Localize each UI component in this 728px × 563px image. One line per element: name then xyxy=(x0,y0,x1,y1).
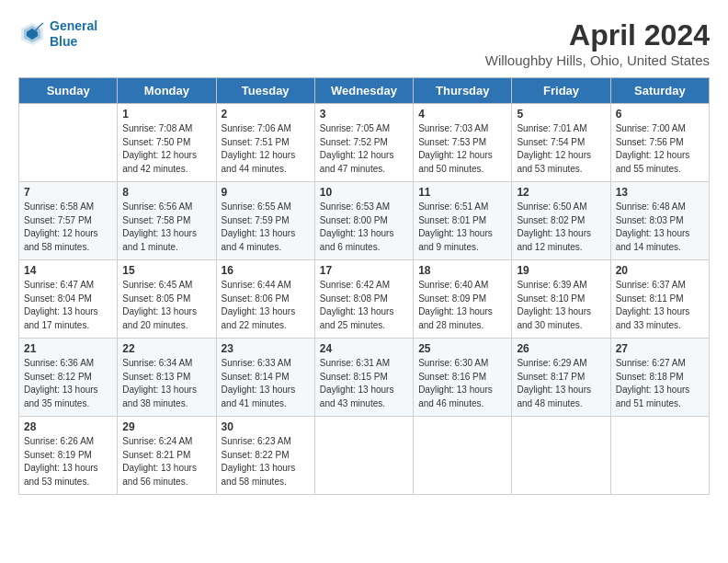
day-info: Sunrise: 6:29 AM Sunset: 8:17 PM Dayligh… xyxy=(517,357,605,410)
calendar-week-row: 14Sunrise: 6:47 AM Sunset: 8:04 PM Dayli… xyxy=(19,260,710,339)
day-number: 20 xyxy=(616,264,704,277)
calendar-cell: 4Sunrise: 7:03 AM Sunset: 7:53 PM Daylig… xyxy=(414,104,512,182)
calendar-cell: 20Sunrise: 6:37 AM Sunset: 8:11 PM Dayli… xyxy=(610,260,709,339)
day-info: Sunrise: 6:47 AM Sunset: 8:04 PM Dayligh… xyxy=(24,279,112,332)
day-info: Sunrise: 6:53 AM Sunset: 8:00 PM Dayligh… xyxy=(320,201,408,254)
day-header-tuesday: Tuesday xyxy=(216,78,314,104)
day-number: 26 xyxy=(517,342,605,355)
day-number: 24 xyxy=(320,342,408,355)
day-info: Sunrise: 6:55 AM Sunset: 7:59 PM Dayligh… xyxy=(222,201,310,254)
day-info: Sunrise: 6:40 AM Sunset: 8:09 PM Dayligh… xyxy=(418,279,506,332)
day-number: 9 xyxy=(222,186,310,199)
calendar-cell: 17Sunrise: 6:42 AM Sunset: 8:08 PM Dayli… xyxy=(314,260,413,339)
calendar-cell: 19Sunrise: 6:39 AM Sunset: 8:10 PM Dayli… xyxy=(512,260,610,339)
calendar-cell: 9Sunrise: 6:55 AM Sunset: 7:59 PM Daylig… xyxy=(216,182,314,260)
calendar-cell: 10Sunrise: 6:53 AM Sunset: 8:00 PM Dayli… xyxy=(314,182,413,260)
day-header-friday: Friday xyxy=(512,78,610,104)
calendar-cell: 29Sunrise: 6:24 AM Sunset: 8:21 PM Dayli… xyxy=(118,417,216,495)
logo: General Blue xyxy=(18,18,97,50)
logo-icon xyxy=(18,20,46,48)
logo-general: General xyxy=(50,18,97,33)
day-info: Sunrise: 6:26 AM Sunset: 8:19 PM Dayligh… xyxy=(24,435,112,488)
day-number: 11 xyxy=(418,186,506,199)
day-info: Sunrise: 7:01 AM Sunset: 7:54 PM Dayligh… xyxy=(517,122,605,176)
calendar-cell: 16Sunrise: 6:44 AM Sunset: 8:06 PM Dayli… xyxy=(216,260,314,339)
calendar-week-row: 21Sunrise: 6:36 AM Sunset: 8:12 PM Dayli… xyxy=(19,339,710,417)
calendar-week-row: 1Sunrise: 7:08 AM Sunset: 7:50 PM Daylig… xyxy=(19,104,710,182)
day-info: Sunrise: 6:58 AM Sunset: 7:57 PM Dayligh… xyxy=(24,201,112,254)
calendar-cell: 2Sunrise: 7:06 AM Sunset: 7:51 PM Daylig… xyxy=(216,104,314,182)
day-number: 30 xyxy=(222,420,310,433)
day-info: Sunrise: 6:30 AM Sunset: 8:16 PM Dayligh… xyxy=(418,357,506,410)
day-number: 10 xyxy=(320,186,408,199)
day-number: 28 xyxy=(24,420,112,433)
calendar-cell: 22Sunrise: 6:34 AM Sunset: 8:13 PM Dayli… xyxy=(118,339,216,417)
day-header-wednesday: Wednesday xyxy=(314,78,413,104)
title-area: April 2024 Willoughby Hills, Ohio, Unite… xyxy=(485,18,710,68)
day-info: Sunrise: 6:56 AM Sunset: 7:58 PM Dayligh… xyxy=(122,201,210,254)
day-info: Sunrise: 6:23 AM Sunset: 8:22 PM Dayligh… xyxy=(222,435,310,488)
subtitle: Willoughby Hills, Ohio, United States xyxy=(485,52,710,68)
day-info: Sunrise: 6:48 AM Sunset: 8:03 PM Dayligh… xyxy=(616,201,704,254)
calendar-cell xyxy=(314,417,413,495)
day-info: Sunrise: 6:50 AM Sunset: 8:02 PM Dayligh… xyxy=(517,201,605,254)
day-number: 19 xyxy=(517,264,605,277)
calendar-cell xyxy=(610,417,709,495)
calendar-table: SundayMondayTuesdayWednesdayThursdayFrid… xyxy=(18,77,710,495)
calendar-cell: 26Sunrise: 6:29 AM Sunset: 8:17 PM Dayli… xyxy=(512,339,610,417)
day-info: Sunrise: 7:05 AM Sunset: 7:52 PM Dayligh… xyxy=(320,122,408,176)
day-info: Sunrise: 7:03 AM Sunset: 7:53 PM Dayligh… xyxy=(418,122,506,176)
day-number: 14 xyxy=(24,264,112,277)
day-header-monday: Monday xyxy=(118,78,216,104)
calendar-cell: 24Sunrise: 6:31 AM Sunset: 8:15 PM Dayli… xyxy=(314,339,413,417)
calendar-cell: 1Sunrise: 7:08 AM Sunset: 7:50 PM Daylig… xyxy=(118,104,216,182)
day-number: 18 xyxy=(418,264,506,277)
day-info: Sunrise: 6:24 AM Sunset: 8:21 PM Dayligh… xyxy=(122,435,210,488)
day-header-sunday: Sunday xyxy=(19,78,118,104)
calendar-cell: 28Sunrise: 6:26 AM Sunset: 8:19 PM Dayli… xyxy=(19,417,118,495)
day-info: Sunrise: 7:06 AM Sunset: 7:51 PM Dayligh… xyxy=(222,122,310,176)
calendar-cell: 11Sunrise: 6:51 AM Sunset: 8:01 PM Dayli… xyxy=(414,182,512,260)
day-number: 29 xyxy=(122,420,210,433)
day-number: 5 xyxy=(517,108,605,121)
calendar-cell xyxy=(414,417,512,495)
day-number: 25 xyxy=(418,342,506,355)
day-number: 4 xyxy=(418,108,506,121)
day-header-thursday: Thursday xyxy=(414,78,512,104)
day-header-saturday: Saturday xyxy=(610,78,709,104)
day-number: 23 xyxy=(222,342,310,355)
logo-blue: Blue xyxy=(50,34,97,50)
day-info: Sunrise: 6:44 AM Sunset: 8:06 PM Dayligh… xyxy=(222,279,310,332)
calendar-cell: 3Sunrise: 7:05 AM Sunset: 7:52 PM Daylig… xyxy=(314,104,413,182)
day-info: Sunrise: 6:37 AM Sunset: 8:11 PM Dayligh… xyxy=(616,279,704,332)
calendar-cell: 14Sunrise: 6:47 AM Sunset: 8:04 PM Dayli… xyxy=(19,260,118,339)
day-number: 13 xyxy=(616,186,704,199)
day-number: 12 xyxy=(517,186,605,199)
day-info: Sunrise: 6:39 AM Sunset: 8:10 PM Dayligh… xyxy=(517,279,605,332)
header: General Blue April 2024 Willoughby Hills… xyxy=(18,18,710,68)
calendar-cell: 8Sunrise: 6:56 AM Sunset: 7:58 PM Daylig… xyxy=(118,182,216,260)
day-number: 2 xyxy=(222,108,310,121)
calendar-cell: 27Sunrise: 6:27 AM Sunset: 8:18 PM Dayli… xyxy=(610,339,709,417)
calendar-cell: 13Sunrise: 6:48 AM Sunset: 8:03 PM Dayli… xyxy=(610,182,709,260)
calendar-cell xyxy=(512,417,610,495)
day-number: 16 xyxy=(222,264,310,277)
day-number: 1 xyxy=(122,108,210,121)
calendar-cell: 12Sunrise: 6:50 AM Sunset: 8:02 PM Dayli… xyxy=(512,182,610,260)
day-number: 8 xyxy=(122,186,210,199)
day-number: 6 xyxy=(616,108,704,121)
day-info: Sunrise: 7:00 AM Sunset: 7:56 PM Dayligh… xyxy=(616,122,704,176)
day-number: 27 xyxy=(616,342,704,355)
day-info: Sunrise: 6:36 AM Sunset: 8:12 PM Dayligh… xyxy=(24,357,112,410)
calendar-week-row: 28Sunrise: 6:26 AM Sunset: 8:19 PM Dayli… xyxy=(19,417,710,495)
day-number: 22 xyxy=(122,342,210,355)
day-number: 15 xyxy=(122,264,210,277)
calendar-cell: 21Sunrise: 6:36 AM Sunset: 8:12 PM Dayli… xyxy=(19,339,118,417)
day-number: 21 xyxy=(24,342,112,355)
calendar-header-row: SundayMondayTuesdayWednesdayThursdayFrid… xyxy=(19,78,710,104)
day-info: Sunrise: 6:31 AM Sunset: 8:15 PM Dayligh… xyxy=(320,357,408,410)
calendar-cell: 15Sunrise: 6:45 AM Sunset: 8:05 PM Dayli… xyxy=(118,260,216,339)
day-number: 7 xyxy=(24,186,112,199)
day-info: Sunrise: 6:51 AM Sunset: 8:01 PM Dayligh… xyxy=(418,201,506,254)
main-title: April 2024 xyxy=(485,18,710,52)
